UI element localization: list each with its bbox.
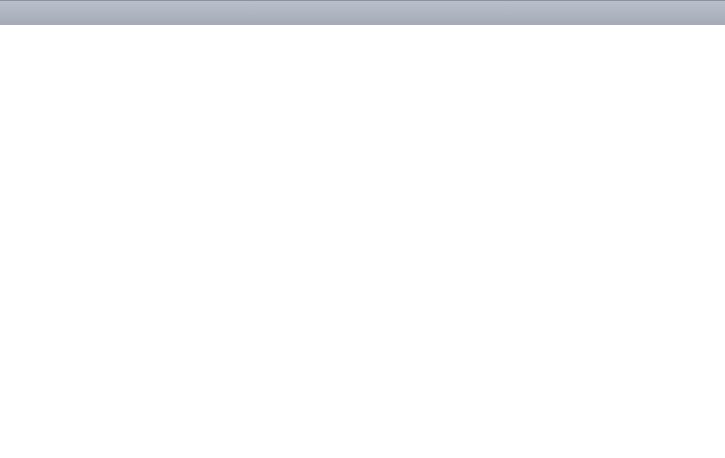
column-header-row [0,25,725,47]
access-window [0,0,725,458]
document-tab-bar [0,0,725,25]
